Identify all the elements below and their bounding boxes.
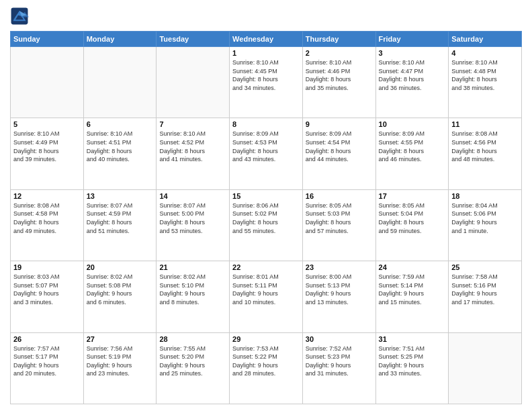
calendar-header-row: SundayMondayTuesdayWednesdayThursdayFrid… bbox=[11, 32, 522, 47]
day-number: 4 bbox=[451, 49, 519, 57]
day-info: Sunrise: 8:10 AM Sunset: 4:46 PM Dayligh… bbox=[306, 58, 373, 92]
calendar-cell: 8Sunrise: 8:09 AM Sunset: 4:53 PM Daylig… bbox=[230, 118, 303, 189]
calendar-cell: 17Sunrise: 8:05 AM Sunset: 5:04 PM Dayli… bbox=[375, 189, 449, 261]
calendar-cell: 11Sunrise: 8:08 AM Sunset: 4:56 PM Dayli… bbox=[449, 118, 522, 189]
weekday-header-monday: Monday bbox=[83, 32, 157, 47]
calendar-cell: 1Sunrise: 8:10 AM Sunset: 4:45 PM Daylig… bbox=[230, 47, 303, 118]
calendar-cell: 16Sunrise: 8:05 AM Sunset: 5:03 PM Dayli… bbox=[302, 189, 375, 261]
week-row-3: 19Sunrise: 8:03 AM Sunset: 5:07 PM Dayli… bbox=[11, 261, 522, 332]
weekday-header-thursday: Thursday bbox=[302, 32, 375, 47]
day-info: Sunrise: 8:04 AM Sunset: 5:06 PM Dayligh… bbox=[451, 201, 519, 235]
day-number: 18 bbox=[451, 192, 519, 200]
day-number: 7 bbox=[159, 120, 226, 128]
calendar-cell: 29Sunrise: 7:53 AM Sunset: 5:22 PM Dayli… bbox=[230, 332, 303, 404]
weekday-header-friday: Friday bbox=[375, 32, 449, 47]
day-number: 16 bbox=[306, 192, 373, 200]
week-row-4: 26Sunrise: 7:57 AM Sunset: 5:17 PM Dayli… bbox=[11, 332, 522, 404]
day-number: 8 bbox=[232, 120, 300, 128]
day-number: 28 bbox=[159, 335, 226, 343]
calendar-cell: 31Sunrise: 7:51 AM Sunset: 5:25 PM Dayli… bbox=[375, 332, 449, 404]
day-info: Sunrise: 8:08 AM Sunset: 4:56 PM Dayligh… bbox=[451, 130, 519, 163]
calendar-cell: 7Sunrise: 8:10 AM Sunset: 4:52 PM Daylig… bbox=[157, 118, 230, 189]
calendar-cell: 27Sunrise: 7:56 AM Sunset: 5:19 PM Dayli… bbox=[83, 332, 157, 404]
day-info: Sunrise: 8:07 AM Sunset: 5:00 PM Dayligh… bbox=[159, 201, 226, 235]
day-info: Sunrise: 8:05 AM Sunset: 5:03 PM Dayligh… bbox=[306, 201, 373, 235]
day-number: 25 bbox=[451, 263, 519, 271]
day-info: Sunrise: 7:58 AM Sunset: 5:16 PM Dayligh… bbox=[451, 273, 519, 306]
day-info: Sunrise: 8:10 AM Sunset: 4:52 PM Dayligh… bbox=[159, 130, 226, 163]
calendar-cell: 12Sunrise: 8:08 AM Sunset: 4:58 PM Dayli… bbox=[11, 189, 84, 261]
calendar-cell bbox=[157, 47, 230, 118]
day-number: 20 bbox=[87, 263, 154, 271]
day-number: 1 bbox=[232, 49, 300, 57]
day-info: Sunrise: 8:05 AM Sunset: 5:04 PM Dayligh… bbox=[379, 201, 446, 235]
day-number: 12 bbox=[13, 192, 81, 200]
week-row-2: 12Sunrise: 8:08 AM Sunset: 4:58 PM Dayli… bbox=[11, 189, 522, 261]
calendar-cell: 22Sunrise: 8:01 AM Sunset: 5:11 PM Dayli… bbox=[230, 261, 303, 332]
calendar-cell: 28Sunrise: 7:55 AM Sunset: 5:20 PM Dayli… bbox=[157, 332, 230, 404]
calendar-cell: 14Sunrise: 8:07 AM Sunset: 5:00 PM Dayli… bbox=[157, 189, 230, 261]
day-info: Sunrise: 7:59 AM Sunset: 5:14 PM Dayligh… bbox=[379, 273, 446, 306]
calendar-cell: 15Sunrise: 8:06 AM Sunset: 5:02 PM Dayli… bbox=[230, 189, 303, 261]
day-number: 9 bbox=[306, 120, 373, 128]
day-number: 21 bbox=[159, 263, 226, 271]
day-info: Sunrise: 7:53 AM Sunset: 5:22 PM Dayligh… bbox=[232, 345, 300, 378]
calendar-cell: 24Sunrise: 7:59 AM Sunset: 5:14 PM Dayli… bbox=[375, 261, 449, 332]
weekday-header-sunday: Sunday bbox=[11, 32, 84, 47]
logo-icon bbox=[10, 7, 29, 26]
calendar-cell: 2Sunrise: 8:10 AM Sunset: 4:46 PM Daylig… bbox=[302, 47, 375, 118]
calendar-cell bbox=[11, 47, 84, 118]
calendar-cell: 25Sunrise: 7:58 AM Sunset: 5:16 PM Dayli… bbox=[449, 261, 522, 332]
header bbox=[10, 7, 522, 26]
calendar-cell: 30Sunrise: 7:52 AM Sunset: 5:23 PM Dayli… bbox=[302, 332, 375, 404]
day-number: 19 bbox=[13, 263, 81, 271]
day-number: 2 bbox=[306, 49, 373, 57]
day-info: Sunrise: 8:10 AM Sunset: 4:47 PM Dayligh… bbox=[379, 58, 446, 92]
day-number: 24 bbox=[379, 263, 446, 271]
calendar-cell: 3Sunrise: 8:10 AM Sunset: 4:47 PM Daylig… bbox=[375, 47, 449, 118]
logo bbox=[10, 7, 32, 26]
day-info: Sunrise: 8:02 AM Sunset: 5:08 PM Dayligh… bbox=[87, 273, 154, 306]
calendar-cell: 6Sunrise: 8:10 AM Sunset: 4:51 PM Daylig… bbox=[83, 118, 157, 189]
calendar-table: SundayMondayTuesdayWednesdayThursdayFrid… bbox=[10, 31, 522, 404]
page: SundayMondayTuesdayWednesdayThursdayFrid… bbox=[0, 0, 532, 411]
day-info: Sunrise: 8:02 AM Sunset: 5:10 PM Dayligh… bbox=[159, 273, 226, 306]
day-info: Sunrise: 7:56 AM Sunset: 5:19 PM Dayligh… bbox=[87, 345, 154, 378]
calendar-cell: 21Sunrise: 8:02 AM Sunset: 5:10 PM Dayli… bbox=[157, 261, 230, 332]
day-number: 14 bbox=[159, 192, 226, 200]
day-info: Sunrise: 8:09 AM Sunset: 4:55 PM Dayligh… bbox=[379, 130, 446, 163]
day-info: Sunrise: 8:07 AM Sunset: 4:59 PM Dayligh… bbox=[87, 201, 154, 235]
calendar-cell: 20Sunrise: 8:02 AM Sunset: 5:08 PM Dayli… bbox=[83, 261, 157, 332]
week-row-1: 5Sunrise: 8:10 AM Sunset: 4:49 PM Daylig… bbox=[11, 118, 522, 189]
day-info: Sunrise: 8:09 AM Sunset: 4:54 PM Dayligh… bbox=[306, 130, 373, 163]
day-info: Sunrise: 8:10 AM Sunset: 4:48 PM Dayligh… bbox=[451, 58, 519, 92]
calendar-cell: 13Sunrise: 8:07 AM Sunset: 4:59 PM Dayli… bbox=[83, 189, 157, 261]
day-number: 30 bbox=[306, 335, 373, 343]
day-number: 17 bbox=[379, 192, 446, 200]
day-number: 23 bbox=[306, 263, 373, 271]
day-number: 11 bbox=[451, 120, 519, 128]
day-info: Sunrise: 7:51 AM Sunset: 5:25 PM Dayligh… bbox=[379, 345, 446, 378]
day-info: Sunrise: 8:09 AM Sunset: 4:53 PM Dayligh… bbox=[232, 130, 300, 163]
day-number: 10 bbox=[379, 120, 446, 128]
calendar-cell: 18Sunrise: 8:04 AM Sunset: 5:06 PM Dayli… bbox=[449, 189, 522, 261]
day-number: 27 bbox=[87, 335, 154, 343]
day-info: Sunrise: 7:52 AM Sunset: 5:23 PM Dayligh… bbox=[306, 345, 373, 378]
day-info: Sunrise: 8:10 AM Sunset: 4:51 PM Dayligh… bbox=[87, 130, 154, 163]
calendar-cell: 10Sunrise: 8:09 AM Sunset: 4:55 PM Dayli… bbox=[375, 118, 449, 189]
calendar-cell: 5Sunrise: 8:10 AM Sunset: 4:49 PM Daylig… bbox=[11, 118, 84, 189]
day-number: 6 bbox=[87, 120, 154, 128]
day-info: Sunrise: 8:01 AM Sunset: 5:11 PM Dayligh… bbox=[232, 273, 300, 306]
day-number: 22 bbox=[232, 263, 300, 271]
calendar-cell: 9Sunrise: 8:09 AM Sunset: 4:54 PM Daylig… bbox=[302, 118, 375, 189]
day-number: 29 bbox=[232, 335, 300, 343]
day-info: Sunrise: 8:08 AM Sunset: 4:58 PM Dayligh… bbox=[13, 201, 81, 235]
calendar-cell: 26Sunrise: 7:57 AM Sunset: 5:17 PM Dayli… bbox=[11, 332, 84, 404]
day-info: Sunrise: 7:55 AM Sunset: 5:20 PM Dayligh… bbox=[159, 345, 226, 378]
calendar-cell bbox=[449, 332, 522, 404]
weekday-header-wednesday: Wednesday bbox=[230, 32, 303, 47]
day-number: 31 bbox=[379, 335, 446, 343]
calendar-cell: 23Sunrise: 8:00 AM Sunset: 5:13 PM Dayli… bbox=[302, 261, 375, 332]
day-number: 15 bbox=[232, 192, 300, 200]
day-info: Sunrise: 8:10 AM Sunset: 4:45 PM Dayligh… bbox=[232, 58, 300, 92]
